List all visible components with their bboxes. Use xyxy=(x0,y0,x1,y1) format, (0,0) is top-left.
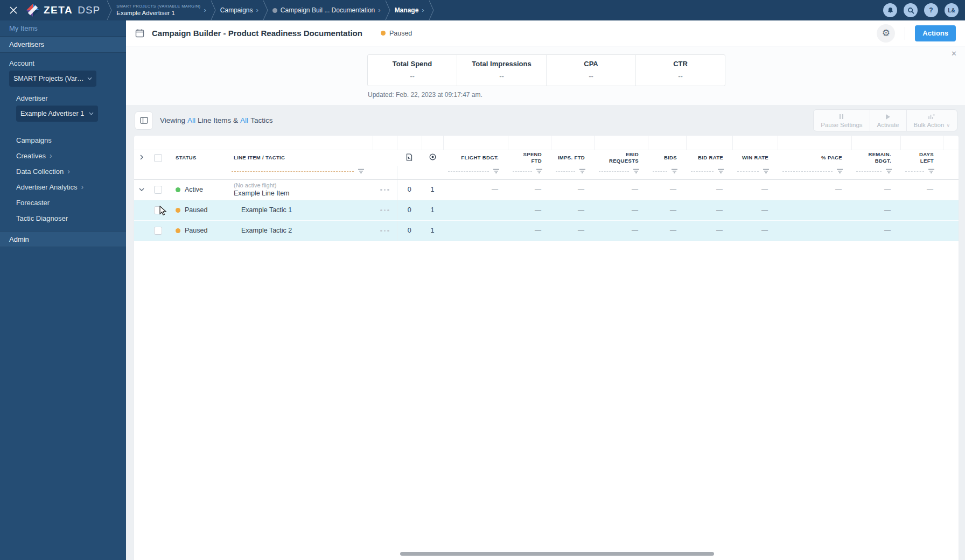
col-win-rate[interactable]: WIN RATE xyxy=(732,150,778,166)
viewing-summary: Viewing All Line Items & All Tactics xyxy=(160,116,272,124)
filter-days-left[interactable] xyxy=(900,169,943,177)
stats-summary-box: Total Spend -- Total Impressions -- CPA … xyxy=(367,54,725,86)
sidebar-item-campaigns[interactable]: Campaigns xyxy=(0,132,126,148)
table-row-line-item[interactable]: Active (No active flight) Example Line I… xyxy=(134,179,959,200)
filter-pace[interactable] xyxy=(778,169,851,177)
col-bid-rate[interactable]: BID RATE xyxy=(686,150,732,166)
sidebar-item-data-collection[interactable]: Data Collection› xyxy=(0,164,126,179)
filter-flight-bdgt[interactable] xyxy=(443,169,508,177)
days-left-value xyxy=(900,220,943,241)
zeta-dsp-logo[interactable]: ZETA DSP xyxy=(26,3,100,17)
creative-doc-icon xyxy=(406,156,412,162)
sidebar-item-advertisers[interactable]: Advertisers xyxy=(0,37,126,53)
breadcrumb-separator xyxy=(107,1,112,20)
sidebar-item-admin[interactable]: Admin xyxy=(0,231,126,247)
col-days-left[interactable]: DAYS LEFT xyxy=(900,150,943,166)
breadcrumb-account-eyebrow: SMART PROJECTS (VARIABLE MARGIN) xyxy=(116,4,200,9)
filter-ebid-requests[interactable] xyxy=(594,169,648,177)
row-menu-button[interactable] xyxy=(373,220,397,241)
creatives-count: 0 xyxy=(397,200,422,220)
col-spend-ftd[interactable]: SPEND FTD xyxy=(508,150,551,166)
filter-line-item[interactable] xyxy=(227,169,373,177)
bulk-action-button[interactable]: Bulk Action∨ xyxy=(906,110,957,131)
help-button[interactable]: ? xyxy=(924,3,938,17)
col-pace[interactable]: % PACE xyxy=(778,150,851,166)
col-creatives[interactable] xyxy=(397,150,422,166)
advertiser-select[interactable]: Example Advertiser 1 xyxy=(16,106,98,122)
sidebar-item-tactic-diagnoser[interactable]: Tactic Diagnoser xyxy=(0,211,126,226)
stat-cpa: CPA -- xyxy=(546,55,635,86)
col-bids[interactable]: BIDS xyxy=(648,150,686,166)
stats-panel: Total Spend -- Total Impressions -- CPA … xyxy=(126,46,965,105)
ebid-requests-value: — xyxy=(594,179,648,200)
filter-bid-rate[interactable] xyxy=(686,169,732,177)
table-row-tactic-1[interactable]: Paused Example Tactic 1 0 1 — — — — — — … xyxy=(134,200,959,220)
col-remain-bdgt[interactable]: REMAIN. BDGT. xyxy=(851,150,900,166)
pause-settings-button[interactable]: Pause Settings xyxy=(814,110,869,131)
ellipsis-icon xyxy=(380,209,389,212)
user-avatar[interactable]: L& xyxy=(945,3,959,17)
row-menu-button[interactable] xyxy=(373,200,397,220)
account-label: Account xyxy=(9,59,126,67)
breadcrumb-separator xyxy=(385,1,390,20)
bids-value: — xyxy=(648,179,686,200)
horizontal-scrollbar[interactable] xyxy=(400,552,714,556)
notifications-button[interactable] xyxy=(883,3,897,17)
all-line-items-link[interactable]: All xyxy=(187,116,195,124)
remain-bdgt-value: — xyxy=(851,220,900,241)
imps-ftd-value: — xyxy=(551,179,594,200)
expand-chevron[interactable] xyxy=(134,179,149,200)
sidebar-item-my-items[interactable]: My Items xyxy=(0,20,126,37)
row-checkbox[interactable] xyxy=(154,186,162,194)
zeta-logo-icon xyxy=(26,3,40,17)
sidebar-item-forecaster[interactable]: Forecaster xyxy=(0,195,126,211)
tactic-name-cell: Example Tactic 2 xyxy=(227,220,373,241)
col-targets[interactable] xyxy=(422,150,443,166)
settings-button[interactable]: ⚙ xyxy=(877,24,895,43)
row-checkbox[interactable] xyxy=(154,227,162,235)
flight-bdgt-value xyxy=(443,200,508,220)
sidebar-item-advertiser-analytics[interactable]: Advertiser Analytics› xyxy=(0,179,126,195)
collapse-all-chevron[interactable] xyxy=(134,150,149,166)
all-tactics-link[interactable]: All xyxy=(240,116,248,124)
sidebar-item-creatives[interactable]: Creatives› xyxy=(0,148,126,164)
bids-value: — xyxy=(648,220,686,241)
divider xyxy=(905,27,905,40)
activate-button[interactable]: Activate xyxy=(870,110,906,131)
filter-icon xyxy=(928,169,935,174)
col-line-item-tactic[interactable]: LINE ITEM / TACTIC xyxy=(227,150,373,166)
search-button[interactable] xyxy=(904,3,918,17)
chevron-right-icon: › xyxy=(422,6,424,13)
select-all-checkbox[interactable] xyxy=(154,154,162,162)
main-content: Campaign Builder - Product Readiness Doc… xyxy=(126,20,965,560)
win-rate-value: — xyxy=(732,220,778,241)
col-ebid-requests[interactable]: EBID REQUESTS xyxy=(594,150,648,166)
calendar-icon xyxy=(135,29,144,38)
gear-icon: ⚙ xyxy=(882,27,890,39)
row-checkbox[interactable] xyxy=(154,206,162,214)
col-imps-ftd[interactable]: IMPS. FTD xyxy=(551,150,594,166)
breadcrumb-campaigns[interactable]: Campaigns › xyxy=(220,6,258,14)
row-menu-button[interactable] xyxy=(373,179,397,200)
filter-win-rate[interactable] xyxy=(732,169,778,177)
breadcrumb-manage[interactable]: Manage › xyxy=(395,6,424,14)
close-icon[interactable] xyxy=(6,3,20,17)
filter-remain-bdgt[interactable] xyxy=(851,169,900,177)
actions-button[interactable]: Actions xyxy=(915,25,956,41)
col-flight-bdgt[interactable]: FLIGHT BDGT. xyxy=(443,150,508,166)
panel-toggle-button[interactable] xyxy=(135,111,153,130)
chevron-down-icon xyxy=(87,77,92,80)
breadcrumb-separator xyxy=(263,1,268,20)
col-status[interactable]: STATUS xyxy=(166,150,227,166)
close-stats-icon[interactable]: ✕ xyxy=(951,50,957,58)
filter-spend-ftd[interactable] xyxy=(508,169,551,177)
line-items-table: STATUS LINE ITEM / TACTIC FLIGHT BDGT. S… xyxy=(134,136,959,560)
table-header-row: STATUS LINE ITEM / TACTIC FLIGHT BDGT. S… xyxy=(134,150,959,166)
filter-imps-ftd[interactable] xyxy=(551,169,594,177)
flight-bdgt-value xyxy=(443,220,508,241)
breadcrumb-account[interactable]: SMART PROJECTS (VARIABLE MARGIN) Example… xyxy=(116,4,206,17)
account-select[interactable]: SMART Projects (Variable M... xyxy=(9,71,96,87)
breadcrumb-campaign[interactable]: Campaign Buil ... Documentation › xyxy=(272,6,381,14)
filter-bids[interactable] xyxy=(648,169,686,177)
table-row-tactic-2[interactable]: Paused Example Tactic 2 0 1 — — — — — — … xyxy=(134,220,959,241)
